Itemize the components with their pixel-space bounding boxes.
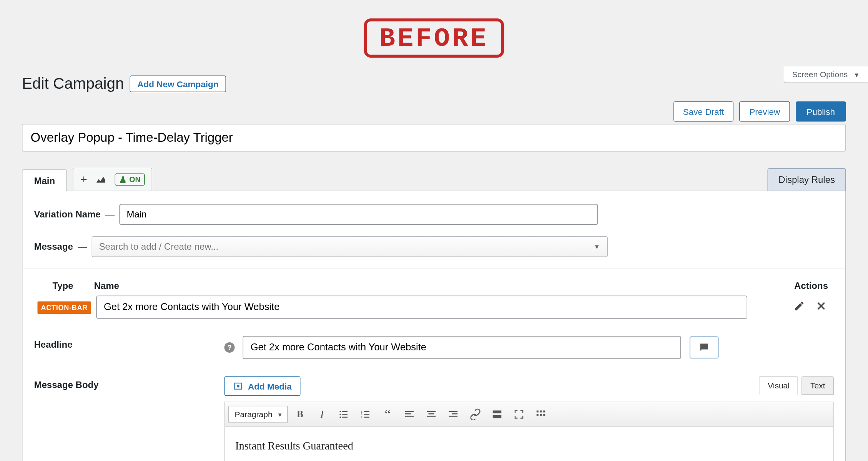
svg-rect-21: [449, 411, 458, 412]
svg-rect-23: [449, 416, 458, 417]
campaign-title-input[interactable]: [22, 124, 846, 152]
svg-rect-4: [343, 411, 348, 412]
svg-rect-26: [537, 411, 539, 413]
type-column-header: Type: [34, 281, 92, 291]
headline-label: Headline: [34, 336, 224, 359]
svg-text:3: 3: [361, 416, 362, 419]
svg-rect-24: [493, 411, 502, 414]
divider: [23, 269, 846, 269]
chevron-down-icon: ▼: [853, 71, 860, 78]
tab-main[interactable]: Main: [22, 169, 67, 191]
message-placeholder: Search to add / Create new...: [99, 242, 218, 252]
save-draft-button[interactable]: Save Draft: [673, 101, 733, 122]
svg-rect-14: [364, 417, 370, 418]
italic-icon[interactable]: I: [312, 405, 332, 424]
editor-toolbar: Paragraph ▼ B I 123 “: [224, 402, 834, 427]
add-media-button[interactable]: Add Media: [224, 376, 301, 396]
svg-rect-31: [544, 414, 545, 416]
svg-rect-25: [493, 415, 502, 418]
screen-options-label: Screen Options: [792, 70, 848, 79]
svg-rect-12: [364, 414, 370, 415]
tab-display-rules[interactable]: Display Rules: [768, 168, 846, 191]
actions-column-header: Actions: [770, 281, 834, 291]
svg-rect-27: [540, 411, 542, 413]
numbered-list-icon[interactable]: 123: [356, 405, 376, 424]
svg-rect-6: [343, 414, 348, 415]
svg-rect-17: [405, 416, 414, 417]
row-name-input[interactable]: [96, 296, 748, 319]
variation-name-input[interactable]: [119, 204, 598, 225]
bold-icon[interactable]: B: [290, 405, 310, 424]
svg-rect-10: [364, 411, 370, 412]
svg-point-2: [705, 346, 706, 347]
align-left-icon[interactable]: [400, 405, 419, 424]
page-title: Edit Campaign: [22, 75, 124, 93]
svg-rect-30: [540, 414, 542, 416]
media-icon: [233, 381, 243, 391]
edit-icon[interactable]: [793, 300, 805, 315]
name-column-header: Name: [92, 281, 771, 291]
svg-point-0: [702, 346, 703, 347]
chat-icon[interactable]: [690, 337, 718, 358]
svg-point-3: [340, 411, 341, 412]
align-right-icon[interactable]: [444, 405, 463, 424]
chevron-down-icon: ▼: [594, 243, 600, 250]
svg-rect-22: [452, 413, 458, 415]
ab-test-toggle[interactable]: ON: [115, 174, 145, 186]
svg-rect-29: [537, 414, 539, 416]
editor-content[interactable]: Instant Results Guaranteed: [224, 427, 834, 461]
close-icon[interactable]: [815, 300, 827, 315]
editor-tab-visual[interactable]: Visual: [759, 376, 798, 395]
plus-icon: +: [80, 173, 87, 186]
format-select[interactable]: Paragraph ▼: [228, 406, 288, 423]
svg-point-1: [703, 346, 705, 347]
fullscreen-icon[interactable]: [509, 405, 529, 424]
help-icon[interactable]: ?: [224, 342, 235, 353]
preview-button[interactable]: Preview: [740, 101, 790, 122]
message-label: Message: [34, 242, 73, 252]
type-badge: ACTION-BAR: [38, 302, 91, 314]
format-label: Paragraph: [235, 410, 273, 419]
add-new-campaign-button[interactable]: Add New Campaign: [130, 76, 226, 93]
kitchen-sink-icon[interactable]: [531, 405, 551, 424]
message-body-label: Message Body: [34, 376, 224, 461]
svg-rect-15: [405, 411, 414, 412]
svg-rect-18: [427, 411, 436, 412]
svg-rect-8: [343, 417, 348, 418]
svg-rect-16: [405, 413, 411, 415]
link-icon[interactable]: [466, 405, 485, 424]
svg-point-5: [340, 414, 341, 415]
ab-on-label: ON: [129, 175, 140, 184]
svg-rect-20: [427, 416, 436, 417]
table-row: ACTION-BAR: [34, 296, 834, 319]
variation-name-label: Variation Name: [34, 209, 101, 220]
editor-tab-text[interactable]: Text: [801, 376, 834, 395]
svg-point-7: [340, 416, 341, 418]
svg-rect-19: [429, 413, 434, 415]
add-media-label: Add Media: [248, 381, 292, 391]
tab-variation-tools[interactable]: + ON: [73, 168, 152, 192]
quote-icon[interactable]: “: [378, 405, 397, 424]
align-center-icon[interactable]: [422, 405, 441, 424]
screen-options-toggle[interactable]: Screen Options ▼: [783, 66, 868, 83]
flask-icon: [119, 176, 127, 184]
message-select[interactable]: Search to add / Create new... ▼: [91, 236, 608, 257]
svg-rect-28: [544, 411, 545, 413]
publish-button[interactable]: Publish: [796, 101, 846, 122]
bullet-list-icon[interactable]: [334, 405, 354, 424]
chevron-down-icon: ▼: [277, 411, 283, 418]
read-more-icon[interactable]: [487, 405, 507, 424]
headline-input[interactable]: [243, 336, 681, 359]
stats-icon: [95, 174, 107, 185]
